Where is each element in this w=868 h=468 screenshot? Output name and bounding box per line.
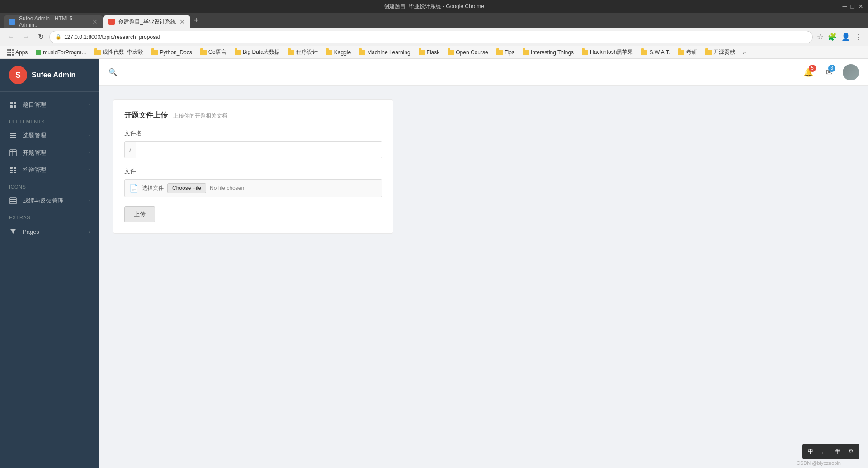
svg-rect-4 xyxy=(10,133,16,134)
sidebar-item-defense-mgmt[interactable]: 答辩管理 › xyxy=(0,161,99,179)
bookmark-ml[interactable]: Machine Learning xyxy=(355,48,414,57)
tab-favicon-1 xyxy=(9,19,15,25)
minimize-icon[interactable]: ─ xyxy=(843,3,847,10)
sidebar-item-topic-mgmt[interactable]: 题目管理 › xyxy=(0,96,99,113)
no-file-text: No file chosen xyxy=(210,185,244,191)
tab-close-1[interactable]: ✕ xyxy=(92,18,98,25)
card-title: 开题文件上传 xyxy=(124,111,168,119)
bookmarks-bar: Apps musicForProgra... 线性代数_李宏毅 Python_D… xyxy=(0,46,868,59)
messages-button[interactable]: ✉ 3 xyxy=(823,65,835,80)
bookmark-music[interactable]: musicForProgra... xyxy=(32,48,90,57)
user-avatar[interactable] xyxy=(843,64,859,80)
new-tab-button[interactable]: + xyxy=(190,16,203,25)
notifications-button[interactable]: 🔔 5 xyxy=(801,65,816,80)
choose-file-button[interactable]: Choose File xyxy=(167,183,206,193)
bookmark-bigdata[interactable]: Big Data大数据 xyxy=(231,47,283,57)
close-icon[interactable]: ✕ xyxy=(858,3,863,10)
svg-rect-11 xyxy=(14,167,16,169)
chevron-right-icon-3: › xyxy=(89,151,90,156)
sidebar-label-defense-mgmt: 答辩管理 xyxy=(23,166,84,174)
folder-icon-flask xyxy=(419,50,425,55)
ime-halfwidth-btn[interactable]: 半 xyxy=(831,446,844,457)
title-bar: 创建题目_毕业设计系统 - Google Chrome ─ □ ✕ xyxy=(0,0,868,13)
profile-icon[interactable]: 👤 xyxy=(840,31,852,43)
brand-name: Sufee Admin xyxy=(32,71,75,79)
tab-close-2[interactable]: ✕ xyxy=(179,18,185,25)
ime-chinese-btn[interactable]: 中 xyxy=(804,446,817,457)
reload-button[interactable]: ↻ xyxy=(35,31,47,43)
chevron-right-icon-5: › xyxy=(89,199,90,203)
sidebar-item-result-feedback[interactable]: 成绩与反馈管理 › xyxy=(0,192,99,209)
ime-punctuation-btn[interactable]: 。 xyxy=(818,446,830,457)
svg-rect-0 xyxy=(10,102,13,104)
svg-rect-6 xyxy=(10,137,16,138)
tab-bar: Sufee Admin - HTML5 Admin... ✕ 创建题目_毕业设计… xyxy=(0,13,868,28)
grid2-icon xyxy=(9,166,17,174)
back-button[interactable]: ← xyxy=(5,31,17,43)
bookmark-opencourse[interactable]: Open Course xyxy=(444,48,491,57)
security-icon: 🔒 xyxy=(55,34,61,40)
bookmark-star-icon[interactable]: ☆ xyxy=(816,31,825,43)
sidebar-item-pages[interactable]: Pages › xyxy=(0,223,99,240)
bookmark-linear[interactable]: 线性代数_李宏毅 xyxy=(91,47,147,57)
bookmark-golang[interactable]: Go语言 xyxy=(197,47,230,57)
chevron-right-icon-2: › xyxy=(89,133,90,138)
upload-button[interactable]: 上传 xyxy=(124,206,155,222)
bookmark-python[interactable]: Python_Docs xyxy=(148,48,195,57)
bookmark-programs[interactable]: 程序设计 xyxy=(284,47,321,57)
notification-badge: 5 xyxy=(809,65,816,72)
tab-label-1: Sufee Admin - HTML5 Admin... xyxy=(19,15,89,28)
file-label: 文件 xyxy=(124,167,382,175)
forward-button[interactable]: → xyxy=(20,31,33,43)
tab-topic-create[interactable]: 创建题目_毕业设计系统 ✕ xyxy=(103,15,190,28)
more-options-icon[interactable]: ⋮ xyxy=(854,31,863,43)
folder-icon-python xyxy=(151,50,158,55)
bookmark-programs-label: 程序设计 xyxy=(296,48,318,56)
tab-sufee-admin[interactable]: Sufee Admin - HTML5 Admin... ✕ xyxy=(4,15,103,28)
filter-icon xyxy=(9,227,17,236)
svg-rect-3 xyxy=(14,105,16,108)
grid-icon xyxy=(9,101,17,109)
bookmark-opensource[interactable]: 开源贡献 xyxy=(702,47,739,57)
sidebar-item-topic-open[interactable]: 开题管理 › xyxy=(0,144,99,161)
table2-icon xyxy=(9,197,17,205)
extensions-icon[interactable]: 🧩 xyxy=(826,31,838,43)
top-header: 🔍 🔔 5 ✉ 3 xyxy=(99,59,868,86)
sidebar: S Sufee Admin 题目管理 › UI ELEMENTS xyxy=(0,59,99,468)
bookmarks-more-button[interactable]: » xyxy=(740,48,749,57)
folder-icon-hackintosh xyxy=(582,50,588,55)
sidebar-label-pages: Pages xyxy=(23,228,84,235)
bookmark-apps[interactable]: Apps xyxy=(4,48,31,57)
card-subtitle: 上传你的开题相关文档 xyxy=(173,113,227,119)
svg-rect-9 xyxy=(12,150,13,156)
address-bar[interactable]: 🔒 127.0.0.1:8000/topic/research_proposal xyxy=(49,31,813,43)
maximize-icon[interactable]: □ xyxy=(851,3,854,10)
search-icon[interactable]: 🔍 xyxy=(108,68,118,76)
folder-icon-interesting xyxy=(523,50,529,55)
folder-icon-tips xyxy=(496,50,503,55)
list-icon xyxy=(9,132,17,140)
sidebar-label-topic-open: 开题管理 xyxy=(23,149,84,157)
sidebar-brand: S Sufee Admin xyxy=(0,59,99,92)
bookmark-python-label: Python_Docs xyxy=(160,49,192,56)
sidebar-label-result-feedback: 成绩与反馈管理 xyxy=(23,197,84,205)
bookmark-flask[interactable]: Flask xyxy=(415,48,443,57)
file-name-label: 文件名 xyxy=(124,129,382,137)
sidebar-item-select-mgmt[interactable]: 选题管理 › xyxy=(0,127,99,144)
svg-rect-10 xyxy=(10,167,13,169)
ime-settings-btn[interactable]: ⚙ xyxy=(845,446,857,457)
bookmark-hackintosh[interactable]: Hackintosh黑苹果 xyxy=(578,47,637,57)
bookmark-exam[interactable]: 考研 xyxy=(675,47,701,57)
bookmark-swat[interactable]: S.W.A.T. xyxy=(637,48,674,57)
file-name-input[interactable] xyxy=(136,142,382,158)
apps-grid-icon xyxy=(7,49,14,56)
sidebar-label-topic-mgmt: 题目管理 xyxy=(23,101,84,109)
bookmark-kaggle[interactable]: Kaggle xyxy=(322,48,354,57)
folder-icon-golang xyxy=(200,50,207,55)
bookmark-tips[interactable]: Tips xyxy=(493,48,518,57)
info-icon: i xyxy=(125,142,136,158)
svg-rect-18 xyxy=(10,201,16,202)
brand-icon-letter: S xyxy=(15,71,21,80)
bookmark-interesting[interactable]: Interesting Things xyxy=(519,48,577,57)
bookmark-golang-label: Go语言 xyxy=(208,48,226,56)
